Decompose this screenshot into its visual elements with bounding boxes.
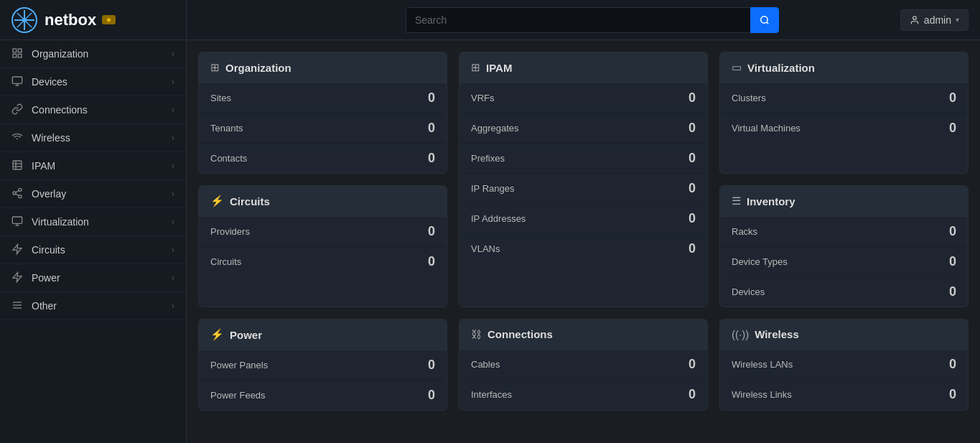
sidebar-chevron-virtualization: ›: [172, 217, 174, 227]
overlay-icon: [11, 187, 24, 200]
circuits-icon: [11, 243, 24, 256]
table-row[interactable]: Cables 0: [459, 350, 707, 380]
sidebar-item-connections[interactable]: Connections ›: [0, 96, 186, 124]
row-value: 0: [428, 90, 435, 106]
table-row[interactable]: Contacts 0: [199, 144, 447, 173]
table-row[interactable]: Interfaces 0: [459, 380, 707, 409]
row-label: Clusters: [732, 93, 766, 103]
sidebar-chevron-wireless: ›: [172, 133, 174, 143]
svg-line-32: [767, 22, 769, 24]
row-label: Power Feeds: [210, 390, 266, 401]
row-value: 0: [949, 224, 956, 239]
card-wireless-header: ((·)) Wireless: [720, 320, 968, 350]
sidebar-item-left-virtualization: Virtualization: [11, 215, 89, 228]
sidebar-item-power[interactable]: Power ›: [0, 264, 186, 292]
sidebar-chevron-organization: ›: [172, 49, 174, 59]
ipam-header-icon: ⊞: [471, 61, 480, 74]
admin-button[interactable]: admin ▾: [900, 9, 969, 31]
search-input[interactable]: [406, 7, 750, 33]
logo-icon: [11, 7, 37, 33]
table-row[interactable]: Prefixes 0: [459, 144, 707, 174]
search-icon: [760, 15, 770, 25]
card-circuits-header: ⚡ Circuits: [199, 186, 447, 217]
card-wireless-title: Wireless: [755, 328, 799, 340]
card-circuits-title: Circuits: [230, 195, 270, 207]
svg-rect-6: [13, 49, 17, 52]
row-label: IP Addresses: [471, 213, 526, 224]
table-row[interactable]: Wireless LANs 0: [720, 350, 968, 380]
table-row[interactable]: Circuits 0: [199, 247, 447, 276]
row-label: Contacts: [210, 153, 247, 164]
sidebar-items-container: Organization › Devices › Connections › W…: [0, 40, 186, 320]
row-value: 0: [428, 358, 435, 373]
table-row[interactable]: Aggregates 0: [459, 113, 707, 144]
row-label: VLANs: [471, 243, 500, 254]
row-value: 0: [689, 90, 696, 106]
svg-point-18: [19, 188, 22, 191]
sidebar-item-ipam[interactable]: IPAM ›: [0, 152, 186, 180]
sidebar-item-label-wireless: Wireless: [32, 132, 70, 144]
sidebar-chevron-other: ›: [172, 301, 174, 311]
table-row[interactable]: VLANs 0: [459, 234, 707, 264]
main-content: admin ▾ ⊞ Organization Sites 0 Tenants 0…: [187, 0, 980, 443]
card-inventory-header: ☰ Inventory: [720, 186, 968, 217]
table-row[interactable]: IP Addresses 0: [459, 204, 707, 234]
svg-point-5: [22, 18, 27, 22]
row-label: Interfaces: [471, 389, 512, 400]
sidebar-chevron-ipam: ›: [172, 161, 174, 171]
logo-badge: ★: [102, 15, 116, 24]
svg-rect-7: [18, 49, 22, 52]
table-row[interactable]: Power Panels 0: [199, 350, 447, 381]
row-label: Racks: [732, 226, 757, 237]
search-button[interactable]: [750, 7, 779, 33]
row-value: 0: [428, 224, 435, 239]
other-icon: [11, 299, 24, 312]
row-label: VRFs: [471, 93, 495, 103]
table-row[interactable]: Clusters 0: [720, 83, 968, 113]
connections-header-icon: ⛓: [471, 328, 482, 340]
sidebar-item-virtualization[interactable]: Virtualization ›: [0, 208, 186, 236]
sidebar-item-devices[interactable]: Devices ›: [0, 68, 186, 96]
svg-line-22: [16, 190, 19, 192]
table-row[interactable]: IP Ranges 0: [459, 174, 707, 204]
card-power-header: ⚡ Power: [199, 320, 447, 350]
sidebar-item-circuits[interactable]: Circuits ›: [0, 236, 186, 264]
row-label: Power Panels: [210, 360, 268, 370]
sidebar-item-wireless[interactable]: Wireless ›: [0, 124, 186, 152]
row-value: 0: [689, 151, 696, 166]
row-label: Virtual Machines: [732, 123, 801, 134]
card-connections-header: ⛓ Connections: [459, 320, 707, 350]
row-label: Wireless Links: [732, 389, 792, 400]
virt-header-icon: ▭: [732, 61, 742, 74]
table-row[interactable]: Power Feeds 0: [199, 381, 447, 410]
svg-rect-10: [12, 77, 22, 83]
table-row[interactable]: Tenants 0: [199, 113, 447, 144]
sidebar-item-other[interactable]: Other ›: [0, 292, 186, 320]
table-row[interactable]: Virtual Machines 0: [720, 113, 968, 143]
sidebar-item-organization[interactable]: Organization ›: [0, 40, 186, 68]
row-value: 0: [689, 121, 696, 136]
power-icon: [11, 271, 24, 284]
sidebar-item-left-devices: Devices: [11, 75, 67, 88]
sidebar-item-left-other: Other: [11, 299, 57, 312]
topbar: admin ▾: [187, 0, 980, 40]
table-row[interactable]: Devices 0: [720, 277, 968, 307]
table-row[interactable]: Wireless Links 0: [720, 380, 968, 409]
sidebar-item-label-devices: Devices: [32, 76, 67, 88]
sidebar-item-overlay[interactable]: Overlay ›: [0, 180, 186, 208]
organization-header-icon: ⊞: [210, 61, 220, 74]
devices-icon: [11, 75, 24, 88]
table-row[interactable]: Racks 0: [720, 217, 968, 247]
table-row[interactable]: Device Types 0: [720, 247, 968, 277]
row-label: Device Types: [732, 256, 788, 267]
sidebar-item-left-wireless: Wireless: [11, 131, 70, 144]
wireless-icon: [11, 131, 24, 144]
table-row[interactable]: VRFs 0: [459, 83, 707, 113]
table-row[interactable]: Providers 0: [199, 217, 447, 247]
row-value: 0: [428, 388, 435, 403]
table-row[interactable]: Sites 0: [199, 83, 447, 113]
card-virtualization-header: ▭ Virtualization: [720, 52, 968, 83]
logo-area: netbox ★: [0, 0, 186, 40]
row-value: 0: [689, 357, 696, 372]
sidebar-item-left-connections: Connections: [11, 103, 88, 116]
